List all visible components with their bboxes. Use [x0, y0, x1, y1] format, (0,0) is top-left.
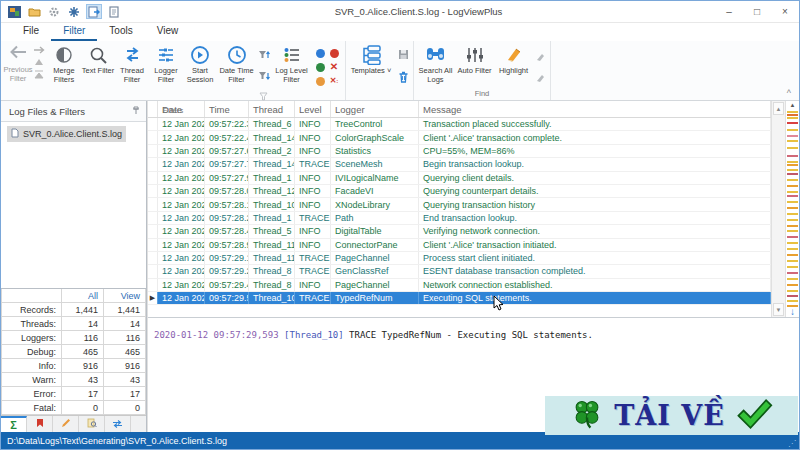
highlight-button[interactable]: Highlight [494, 42, 533, 76]
cell-level: INFO [295, 131, 331, 143]
sidebar: Log Files & Filters SVR_0.Alice.Client.S… [1, 101, 147, 432]
minimap-stripe [787, 164, 798, 166]
templates-button[interactable]: Templates ˅ [348, 42, 394, 76]
col-message[interactable]: Message [419, 101, 771, 117]
clear-level-x-icon[interactable]: ✕ [330, 62, 338, 72]
filter-down-icon[interactable] [258, 67, 270, 85]
watermark-banner: TẢI VỀ [545, 396, 798, 435]
stats-row: Info:916916 [2, 359, 146, 373]
scroll-up-icon[interactable]: ▲ [773, 102, 784, 115]
error-level-dot[interactable] [330, 49, 339, 58]
clover-icon [570, 397, 604, 435]
tools-icon[interactable] [66, 4, 82, 19]
scroll-down-icon[interactable]: ▼ [773, 303, 784, 316]
cell-logger: Statistics [331, 145, 419, 157]
log-file-icon [11, 128, 19, 140]
next-filter-icon[interactable] [33, 46, 45, 56]
filter-up-icon[interactable] [258, 46, 270, 64]
log-row[interactable]: 12 Jan 202009:57:27.617Thread_2INFOStati… [148, 145, 771, 158]
open-file-icon[interactable] [26, 4, 42, 19]
minimap-jump-down-icon[interactable]: ↓ [786, 307, 799, 317]
resize-grip[interactable]: ⋰ [788, 439, 797, 448]
marker [148, 212, 158, 224]
menu-tools[interactable]: Tools [97, 23, 144, 41]
log-minimap[interactable]: ▲ ↓ [785, 101, 799, 317]
cell-level: INFO [295, 145, 331, 157]
log-row[interactable]: 12 Jan 202009:57:28.930Thread_11INFOConn… [148, 239, 771, 252]
text-filter-button[interactable]: Text Filter [81, 42, 115, 76]
collapse-ribbon-icon[interactable]: ^ [787, 88, 791, 98]
log-row[interactable]: 12 Jan 202009:57:27.757Thread_14TRACESce… [148, 158, 771, 171]
stats-row: Records:1,4411,441 [2, 303, 146, 317]
start-session-button[interactable]: Start Session [183, 42, 217, 84]
close-button[interactable]: × [771, 1, 799, 22]
highlight-up-icon[interactable] [535, 48, 546, 66]
cell-date: 12 Jan 2020 [158, 239, 205, 251]
cell-date: 12 Jan 2020 [158, 172, 205, 184]
log-row[interactable]: 12 Jan 202009:57:27.940Thread_1INFOIVILo… [148, 172, 771, 185]
previous-filter-button[interactable]: Previous Filter [3, 44, 33, 83]
debug-level-dot[interactable] [316, 49, 325, 58]
warn-level-dot[interactable] [316, 77, 325, 86]
cell-date: 12 Jan 2020 [158, 225, 205, 237]
search-all-logs-button[interactable]: Search All Logs [416, 42, 455, 84]
marker [148, 225, 158, 237]
vertical-scrollbar[interactable]: ▲ ▼ [771, 101, 785, 317]
tab-swap[interactable] [105, 416, 131, 432]
bookmark-icon [36, 418, 44, 430]
exclude-level-x-icon[interactable]: ✕: [330, 77, 339, 85]
menu-filter[interactable]: Filter [51, 23, 97, 41]
minimize-button[interactable]: – [715, 1, 743, 22]
maximize-button[interactable]: □ [743, 1, 771, 22]
cell-message: ESENT database transaction completed. [419, 265, 771, 277]
log-file-name: SVR_0.Alice.Client.S.log [23, 129, 122, 139]
col-logger[interactable]: Logger [331, 101, 419, 117]
highlight-down-icon[interactable] [535, 69, 546, 87]
settings-gear-icon[interactable] [46, 4, 62, 19]
log-row[interactable]: 12 Jan 202009:57:28.065Thread_12INFOFaca… [148, 185, 771, 198]
log-row[interactable]: 12 Jan 202009:57:28.449Thread_5INFODigit… [148, 225, 771, 238]
filter-clear-icon[interactable] [258, 88, 270, 106]
detail-thread: [Thread_10] [284, 330, 344, 340]
merge-filters-button[interactable]: Merge Filters [47, 42, 81, 84]
cell-level: TRACE [295, 265, 331, 277]
log-file-item[interactable]: SVR_0.Alice.Client.S.log [7, 126, 126, 142]
sigma-icon: Σ [10, 419, 17, 431]
log-row[interactable]: ▶12 Jan 202009:57:29.593Thread_10TRACETy… [148, 292, 771, 305]
export-log-icon[interactable] [86, 4, 102, 19]
top-filter-icon[interactable] [34, 70, 44, 81]
tab-bookmarks[interactable] [27, 416, 53, 432]
log-row[interactable]: 12 Jan 202009:57:29.404Thread_8INFOPageC… [148, 279, 771, 292]
tail-log-icon[interactable] [106, 4, 122, 19]
cell-thread: Thread_10 [249, 198, 295, 210]
log-row[interactable]: 12 Jan 202009:57:29.295Thread_8TRACEGenC… [148, 265, 771, 278]
log-row[interactable]: 12 Jan 202009:57:28.198Thread_10INFOXNod… [148, 198, 771, 211]
auto-filter-icon [465, 44, 485, 66]
cell-message: Executing SQL statements. [419, 292, 771, 304]
tab-summary[interactable]: Σ [1, 416, 27, 432]
tab-edit[interactable] [53, 416, 79, 432]
cell-message: Querying counterpart details. [419, 185, 771, 197]
cell-level: TRACE [295, 212, 331, 224]
logger-filter-button[interactable]: Logger Filter [149, 42, 183, 84]
log-row[interactable]: 12 Jan 202009:57:28.298Thread_1TRACEPath… [148, 212, 771, 225]
stats-row: Threads:1414 [2, 317, 146, 331]
menu-file[interactable]: File [11, 23, 51, 41]
menu-view[interactable]: View [145, 23, 191, 41]
auto-filter-button[interactable]: Auto Filter [455, 42, 494, 76]
thread-filter-button[interactable]: Thread Filter [115, 42, 149, 84]
info-level-dot[interactable] [316, 63, 325, 72]
ribbon-group-templates: Templates ˅ [346, 41, 414, 100]
tab-find-results[interactable] [79, 416, 105, 432]
text-filter-icon [89, 44, 108, 66]
cell-thread: Thread_1 [249, 212, 295, 224]
loglevel-filter-button[interactable]: Log Level Filter [272, 42, 311, 84]
minimap-stripe [787, 236, 798, 238]
log-row[interactable]: 12 Jan 202009:57:29.126Thread_11TRACEPag… [148, 252, 771, 265]
save-template-icon[interactable] [398, 46, 409, 64]
datetime-filter-button[interactable]: Date Time Filter [217, 42, 256, 84]
log-row[interactable]: 12 Jan 202009:57:22.439Thread_14INFOColo… [148, 131, 771, 144]
up-filter-icon[interactable] [34, 58, 44, 68]
log-row[interactable]: 12 Jan 202009:57:22.332Thread_6INFOTreeC… [148, 118, 771, 131]
delete-template-icon[interactable] [398, 69, 409, 87]
